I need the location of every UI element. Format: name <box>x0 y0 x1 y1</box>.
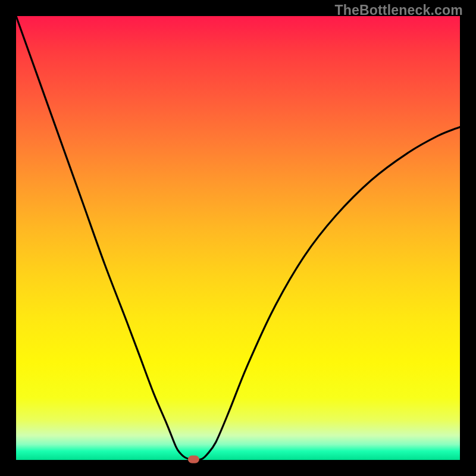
curve-svg <box>16 16 460 460</box>
optimal-marker <box>188 456 199 463</box>
chart-frame: TheBottleneck.com <box>0 0 476 476</box>
plot-area <box>16 16 460 460</box>
bottleneck-curve <box>16 16 460 460</box>
